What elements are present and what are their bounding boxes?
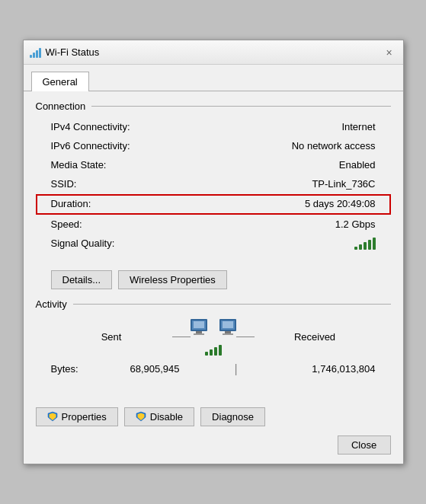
ssid-row: SSID: TP-Link_736C <box>36 175 391 194</box>
signal-bar-5 <box>373 238 376 250</box>
activity-icon-row: Sent <box>36 316 391 359</box>
signal-bar-3 <box>364 242 367 250</box>
close-title-button[interactable]: × <box>382 45 397 60</box>
received-line <box>236 337 251 337</box>
signal-bar-1 <box>354 247 357 250</box>
act-bar-4 <box>219 345 222 356</box>
connection-buttons-row: Details... Wireless Properties <box>36 264 391 295</box>
ipv4-row: IPv4 Connectivity: Internet <box>36 118 391 137</box>
activity-section: Activity Sent <box>36 298 391 377</box>
connection-divider <box>91 106 390 107</box>
connection-header: Connection <box>36 100 391 112</box>
bytes-divider: | <box>213 363 259 375</box>
bytes-sent-value: 68,905,945 <box>97 363 213 375</box>
act-bar-2 <box>210 349 213 356</box>
sent-label: Sent <box>51 331 172 343</box>
computer-right <box>219 319 236 335</box>
bytes-received-value: 1,746,013,804 <box>259 363 376 375</box>
base-right <box>223 333 233 335</box>
wifi-title-icon <box>30 47 41 58</box>
tab-general[interactable]: General <box>31 72 89 91</box>
wireless-properties-button[interactable]: Wireless Properties <box>118 270 227 289</box>
content-area: Connection IPv4 Connectivity: Internet I… <box>24 91 403 398</box>
screen-right <box>223 321 233 328</box>
signal-bar-2 <box>359 244 362 250</box>
connection-section: Connection IPv4 Connectivity: Internet I… <box>36 100 391 254</box>
screen-left <box>194 321 204 328</box>
wifi-bar-2 <box>33 53 35 58</box>
activity-divider <box>73 304 391 305</box>
wifi-bar-1 <box>30 55 32 58</box>
speed-row: Speed: 1.2 Gbps <box>36 215 391 234</box>
signal-bar-4 <box>368 240 371 250</box>
ipv6-row: IPv6 Connectivity: No network access <box>36 137 391 156</box>
bottom-buttons-row: Properties Disable Diagnose <box>24 398 403 432</box>
wifi-status-window: Wi-Fi Status × General Connection IPv4 C… <box>23 40 404 464</box>
act-bar-1 <box>205 352 208 356</box>
media-state-row: Media State: Enabled <box>36 156 391 175</box>
details-button[interactable]: Details... <box>51 270 113 289</box>
tabs-bar: General <box>24 65 403 91</box>
title-bar-left: Wi-Fi Status <box>30 46 100 58</box>
title-bar: Wi-Fi Status × <box>24 40 403 65</box>
bytes-row: Bytes: 68,905,945 | 1,746,013,804 <box>36 362 391 377</box>
received-label: Received <box>255 331 376 343</box>
shield-icon-disable <box>136 411 146 422</box>
activity-header: Activity <box>36 298 391 310</box>
bytes-label: Bytes: <box>51 363 97 375</box>
close-button[interactable]: Close <box>338 435 391 455</box>
monitor-right <box>219 319 236 331</box>
duration-row: Duration: 5 days 20:49:08 <box>36 194 391 215</box>
diagnose-button[interactable]: Diagnose <box>200 407 265 426</box>
activity-signal-bars <box>205 345 222 356</box>
window-title: Wi-Fi Status <box>46 46 100 58</box>
properties-button[interactable]: Properties <box>36 407 118 426</box>
computer-left <box>191 319 207 335</box>
monitor-left <box>191 319 207 331</box>
close-area: Close <box>24 432 403 464</box>
computers-icon <box>191 319 236 356</box>
shield-icon-properties <box>47 411 58 422</box>
signal-bars <box>354 238 376 250</box>
act-bar-3 <box>214 347 217 356</box>
sent-line <box>175 337 191 337</box>
signal-quality-row: Signal Quality: <box>36 234 391 254</box>
wifi-bar-3 <box>36 50 38 58</box>
base-left <box>194 333 204 335</box>
disable-button[interactable]: Disable <box>124 407 194 426</box>
wifi-bar-4 <box>39 48 41 58</box>
